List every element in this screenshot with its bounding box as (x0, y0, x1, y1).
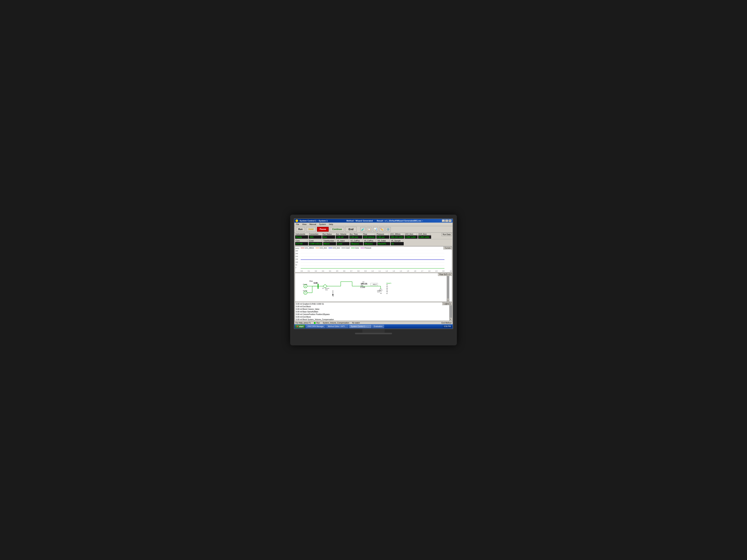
logbook-entry-5: 0.00 ml End Block (296, 316, 451, 318)
conc-group: Conc » 0.0 %B (295, 240, 308, 245)
pen-icon[interactable]: ✏️ (379, 227, 384, 232)
cond-label: Cond » (309, 240, 323, 242)
legend-uv1: UV1_280nm (301, 247, 314, 249)
uv1-label: UV1_280nm » (390, 233, 404, 235)
acc-time-group: Acc. Time 3.94 min (349, 233, 362, 239)
connection-group: Connection YES (309, 233, 321, 239)
svg-text:0.598: 0.598 (360, 286, 365, 288)
v4-group: V4_Outlet » WasteF1 (377, 240, 390, 245)
minimize-button[interactable]: _ (442, 219, 445, 222)
pressure-value: 0.00 psi (376, 235, 389, 239)
svg-rect-7 (295, 276, 452, 299)
menu-manual[interactable]: Manual (309, 223, 317, 225)
log-scroll-down[interactable]: ▼ (449, 318, 452, 321)
chart-icon[interactable]: 📊 (373, 227, 378, 232)
svg-text:F3: F3 (386, 286, 388, 287)
curves-button[interactable]: Curves (443, 247, 452, 249)
flow-scroll-thumb (447, 276, 449, 298)
start-button[interactable]: ⊞ start (295, 325, 305, 328)
taskbar-unicorn[interactable]: UNICORN Manager (306, 325, 326, 328)
maximize-button[interactable]: □ (445, 219, 448, 222)
taskbar-time: 5:56 PM (443, 325, 452, 328)
menu-file[interactable]: File (295, 223, 300, 225)
clipboard-icon[interactable]: 📋 (367, 227, 372, 232)
chart-area: UV1_280nm UV2_0nm UV3_0nm Cond (295, 246, 452, 272)
taskbar-method-editor[interactable]: Method Editor: UNTIT... (326, 325, 349, 328)
svg-text:Outlet: Outlet (377, 290, 380, 291)
svg-text:UV: UV (362, 281, 365, 283)
taskbar: ⊞ start UNICORN Manager Method Editor: U… (294, 324, 453, 328)
run-status-group: Run Status Run (322, 233, 335, 239)
svg-text:⊕: ⊕ (305, 285, 306, 287)
settings-icon[interactable]: ⚙️ (386, 227, 391, 232)
log-scroll-up[interactable]: ▲ (449, 302, 452, 305)
logbook-entry-6: 0.00 ml Block System_Volume_Compensation (296, 318, 451, 321)
v1-value: Load (337, 242, 350, 245)
instruments-label: Instruments (295, 233, 308, 235)
svg-text:Valve: Valve (325, 289, 328, 290)
logbook-entry-4: 0.00 ml ColumnPosition Position1Bypass (296, 313, 451, 316)
flow-scroll-down[interactable]: ▼ (447, 299, 449, 301)
v4-value: WasteF1 (377, 242, 390, 245)
v2-label: V2_ColPos » (350, 240, 363, 242)
conc-value: 0.0 %B (295, 242, 308, 245)
legend-uv2: UV2_0nm (315, 247, 327, 249)
conc-label: Conc » (295, 240, 308, 242)
run-description: System_Volume_Compensation (323, 322, 349, 324)
chart-legend: UV1_280nm UV2_0nm UV3_0nm Cond (301, 247, 371, 249)
instruments-value: Ready (295, 235, 308, 239)
v5-group: V5_Sample » S1 (391, 240, 404, 245)
flow-scheme-container: Flow Scheme Flow 0.00 PumpA ⊕ PumpB (295, 273, 452, 302)
acc-volume-group: Acc. Volume 1.56 ml (336, 233, 349, 239)
v5-value: S1 (391, 242, 404, 245)
v4-label: V4_Outlet » (377, 240, 390, 242)
flow-value: 0.00 ml/min (363, 235, 376, 239)
run-dot (314, 322, 316, 324)
run-button[interactable]: Run (296, 227, 305, 232)
pause-button[interactable]: Pause (317, 227, 329, 232)
menu-view[interactable]: View (302, 223, 307, 225)
chart-y-axis: 300 250 200 150 100 50 0 (295, 250, 298, 268)
chart-x-unit: ml (450, 270, 452, 272)
hold-button[interactable]: Hold (306, 227, 316, 232)
menu-system[interactable]: System (318, 223, 327, 225)
v1-label: V1_Inject » (337, 240, 350, 242)
svg-text:V4: V4 (380, 293, 382, 294)
cond-group: Cond » 0.598 mS/cm (309, 240, 323, 245)
svg-text:F7: F7 (386, 293, 388, 294)
taskbar-evaluation[interactable]: Evaluation (372, 325, 384, 328)
window-title-left: System Control 1 – System 1 (300, 220, 328, 222)
legend-uv3: UV3_0nm (329, 247, 340, 249)
end-method-label: End Method (441, 322, 452, 324)
toolbar: Run Hold Pause Continue End 🧪 📋 📊 ✏️ ⚙️ (294, 226, 453, 233)
close-button[interactable]: ✕ (448, 219, 452, 222)
app-icon (295, 219, 298, 222)
svg-text:F6: F6 (386, 291, 388, 292)
connection-value: YES (309, 235, 321, 239)
cond-value: 0.598 mS/cm (309, 242, 323, 245)
logbook-entry-0: 0.00 ml Gradient 0.0%B; 0.000 S1 (296, 303, 451, 305)
taskbar-system-control[interactable]: System Control 1 – Sy... (349, 325, 371, 328)
continue-button[interactable]: Continue (330, 227, 344, 232)
menu-help[interactable]: Help (328, 223, 334, 225)
run-status-value: Run (322, 235, 335, 239)
window-title-center: Method : Wizard Generated Result : c:\..… (328, 220, 442, 222)
svg-text:Flow: Flow (309, 280, 313, 282)
flow-scroll-up[interactable]: ▲ (447, 273, 449, 276)
uv2-label: UV2_0nm » (405, 233, 418, 235)
svg-text:WasteF1: WasteF1 (386, 283, 391, 284)
connection-label: Connection (309, 233, 321, 235)
svg-text:n1: n1 (333, 295, 334, 297)
v2-value: 1Bypass (350, 242, 363, 245)
tube-label: TubeNumber » (323, 240, 336, 242)
svg-text:F2: F2 (386, 285, 388, 286)
legend-pressure: Pressure (361, 247, 371, 249)
flask-icon[interactable]: 🧪 (360, 227, 365, 232)
acc-volume-label: Acc. Volume (336, 233, 349, 235)
svg-text:⊕: ⊕ (380, 289, 381, 291)
end-button[interactable]: End (345, 227, 357, 232)
run-data-button[interactable]: Run Data (441, 233, 452, 236)
v5-label: V5_Sample » (391, 240, 404, 242)
uv2-value: 0.000 mAU (405, 235, 418, 239)
watch-label: No watch (352, 322, 360, 324)
